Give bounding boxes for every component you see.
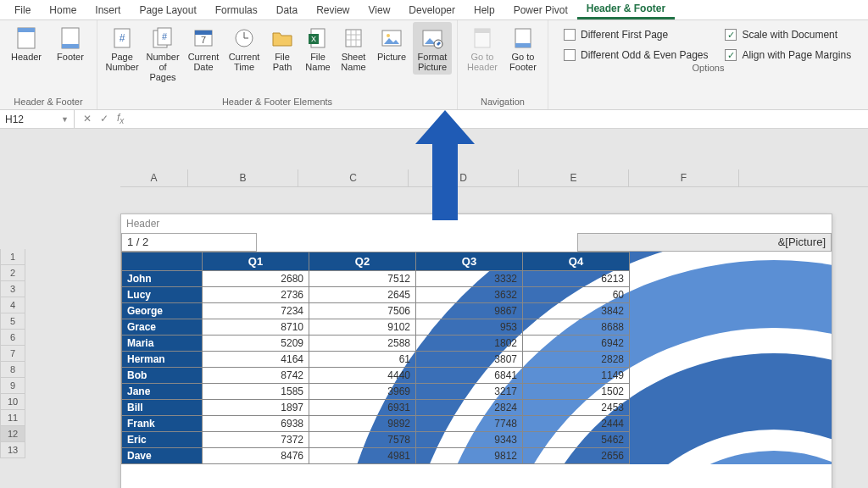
row-header[interactable]: 12 xyxy=(0,426,25,442)
header-button[interactable]: Header xyxy=(5,22,47,75)
data-cell[interactable]: 3807 xyxy=(416,352,523,368)
data-cell[interactable]: 3332 xyxy=(416,271,523,287)
data-cell[interactable]: 7372 xyxy=(203,432,309,448)
data-cell[interactable]: 1149 xyxy=(523,368,630,384)
data-cell[interactable]: 953 xyxy=(416,319,523,336)
name-cell[interactable]: Grace xyxy=(122,319,203,336)
header-right-section[interactable]: &[Picture] xyxy=(577,233,832,252)
data-cell[interactable]: 6931 xyxy=(309,400,416,416)
name-cell[interactable]: Jane xyxy=(122,384,203,400)
data-cell[interactable]: 7506 xyxy=(309,303,416,319)
goto-footer-button[interactable]: Go to Footer xyxy=(504,22,542,75)
tab-developer[interactable]: Developer xyxy=(399,2,465,19)
column-header[interactable]: C xyxy=(298,169,409,186)
data-cell[interactable]: 7234 xyxy=(203,303,309,319)
data-cell[interactable]: 3632 xyxy=(416,287,523,303)
data-cell[interactable]: 1897 xyxy=(203,400,309,416)
data-cell[interactable]: 2828 xyxy=(523,352,630,368)
name-cell[interactable]: John xyxy=(122,271,203,287)
data-cell[interactable]: 2680 xyxy=(203,271,309,287)
data-cell[interactable]: 7512 xyxy=(309,271,416,287)
name-cell[interactable]: Bill xyxy=(122,400,203,416)
data-cell[interactable]: 8742 xyxy=(203,368,309,384)
data-cell[interactable]: 3217 xyxy=(416,384,523,400)
tab-insert[interactable]: Insert xyxy=(86,2,130,19)
name-cell[interactable]: Frank xyxy=(122,416,203,432)
data-cell[interactable]: 2588 xyxy=(309,336,416,352)
tab-header-footer[interactable]: Header & Footer xyxy=(577,0,675,19)
data-cell[interactable]: 4981 xyxy=(309,448,416,464)
row-header[interactable]: 8 xyxy=(0,362,25,378)
tab-power-pivot[interactable]: Power Pivot xyxy=(504,2,577,19)
data-cell[interactable]: 2656 xyxy=(523,448,630,464)
name-cell[interactable]: Lucy xyxy=(122,287,203,303)
row-header[interactable]: 1 xyxy=(0,249,25,265)
data-cell[interactable]: 61 xyxy=(309,352,416,368)
name-box[interactable]: H12 ▼ xyxy=(0,110,75,128)
tab-home[interactable]: Home xyxy=(40,2,86,19)
data-cell[interactable]: 9102 xyxy=(309,319,416,336)
number-of-pages-button[interactable]: # Number of Pages xyxy=(143,22,182,85)
data-cell[interactable]: 9343 xyxy=(416,432,523,448)
tab-help[interactable]: Help xyxy=(465,2,504,19)
row-header[interactable]: 13 xyxy=(0,442,25,458)
format-picture-button[interactable]: Format Picture xyxy=(413,22,452,75)
row-header[interactable]: 11 xyxy=(0,410,25,426)
row-header[interactable]: 4 xyxy=(0,297,25,313)
tab-formulas[interactable]: Formulas xyxy=(206,2,267,19)
data-cell[interactable]: 6213 xyxy=(523,271,630,287)
enter-icon[interactable]: ✓ xyxy=(100,113,108,125)
tab-page-layout[interactable]: Page Layout xyxy=(130,2,205,19)
footer-button[interactable]: Footer xyxy=(49,22,92,75)
row-header[interactable]: 10 xyxy=(0,394,25,410)
option-different-odd-even[interactable]: Different Odd & Even Pages xyxy=(564,49,709,61)
data-cell[interactable]: 5209 xyxy=(203,336,309,352)
column-header[interactable]: A xyxy=(120,169,188,186)
tab-file[interactable]: File xyxy=(5,2,40,19)
row-header[interactable]: 5 xyxy=(0,313,25,330)
data-cell[interactable]: 1502 xyxy=(523,384,630,400)
cancel-icon[interactable]: ✕ xyxy=(83,113,92,125)
picture-button[interactable]: Picture xyxy=(372,22,411,75)
data-cell[interactable]: 3842 xyxy=(523,303,630,319)
name-cell[interactable]: Dave xyxy=(122,448,203,464)
data-cell[interactable]: 60 xyxy=(523,287,630,303)
name-cell[interactable]: Herman xyxy=(122,352,203,368)
column-header[interactable]: E xyxy=(519,169,629,186)
option-scale-with-document[interactable]: ✓ Scale with Document xyxy=(725,29,853,41)
row-header[interactable]: 6 xyxy=(0,330,25,346)
data-cell[interactable]: 6938 xyxy=(203,416,309,432)
data-cell[interactable]: 7748 xyxy=(416,416,523,432)
data-cell[interactable]: 2453 xyxy=(523,400,630,416)
data-cell[interactable]: 9867 xyxy=(416,303,523,319)
formula-input[interactable] xyxy=(132,110,868,128)
name-cell[interactable]: George xyxy=(122,303,203,319)
tab-data[interactable]: Data xyxy=(267,2,307,19)
page-number-button[interactable]: # Page Number xyxy=(103,22,142,75)
data-cell[interactable]: 5462 xyxy=(523,432,630,448)
data-cell[interactable]: 2736 xyxy=(203,287,309,303)
data-cell[interactable]: 2824 xyxy=(416,400,523,416)
name-cell[interactable]: Eric xyxy=(122,432,203,448)
data-cell[interactable]: 8710 xyxy=(203,319,309,336)
row-header[interactable]: 2 xyxy=(0,265,25,281)
data-cell[interactable]: 6841 xyxy=(416,368,523,384)
data-cell[interactable]: 1585 xyxy=(203,384,309,400)
name-cell[interactable]: Maria xyxy=(122,336,203,352)
column-header[interactable]: F xyxy=(629,169,739,186)
header-center-section[interactable] xyxy=(257,233,577,252)
data-cell[interactable]: 9892 xyxy=(309,416,416,432)
name-cell[interactable]: Bob xyxy=(122,368,203,384)
data-cell[interactable]: 8688 xyxy=(523,319,630,336)
tab-view[interactable]: View xyxy=(359,2,400,19)
row-header[interactable]: 7 xyxy=(0,346,25,362)
fx-icon[interactable]: fx xyxy=(117,112,124,125)
data-cell[interactable]: 4164 xyxy=(203,352,309,368)
row-header[interactable]: 3 xyxy=(0,281,25,297)
option-different-first-page[interactable]: Different First Page xyxy=(564,29,709,41)
column-header[interactable]: D xyxy=(409,169,519,186)
row-header[interactable]: 9 xyxy=(0,378,25,394)
data-cell[interactable]: 3969 xyxy=(309,384,416,400)
data-cell[interactable]: 1802 xyxy=(416,336,523,352)
data-cell[interactable]: 2645 xyxy=(309,287,416,303)
